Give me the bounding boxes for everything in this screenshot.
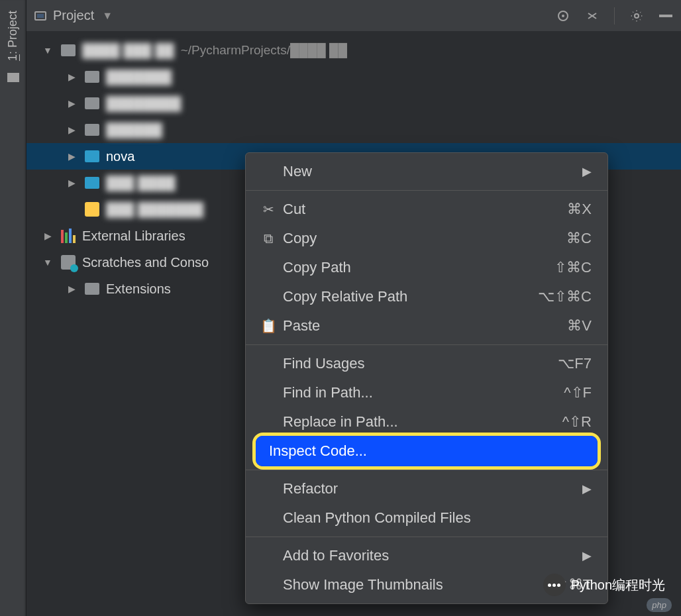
item-label: ██████ (106, 123, 162, 138)
submenu-arrow-icon: ▶ (582, 482, 592, 496)
menu-copy[interactable]: ⧉Copy⌘C (246, 224, 607, 253)
menu-new[interactable]: New▶ (246, 157, 607, 186)
folder-icon (61, 44, 76, 56)
menu-label: Inspect Code... (269, 442, 367, 460)
wechat-icon (543, 574, 566, 596)
watermark: Python编程时光 (543, 574, 665, 596)
expand-arrow-icon[interactable] (65, 151, 78, 162)
menu-label: Find Usages (283, 355, 558, 372)
svg-point-1 (562, 15, 564, 17)
menu-label: Refactor (283, 480, 582, 497)
copy-icon: ⧉ (259, 231, 278, 246)
menu-label: Replace in Path... (283, 413, 562, 431)
menu-label: Copy Relative Path (283, 288, 538, 305)
menu-label: Copy Path (283, 259, 554, 276)
item-label: ███ ███████ (106, 202, 203, 217)
menu-separator (246, 537, 607, 537)
menu-label: New (283, 163, 582, 180)
project-view-icon (34, 11, 46, 21)
menu-label: Clean Python Compiled Files (283, 509, 592, 527)
menu-shortcut: ⌘X (567, 201, 592, 218)
folder-icon (85, 71, 99, 83)
item-label: nova (106, 149, 134, 164)
collapse-all-icon[interactable] (585, 9, 600, 23)
folder-icon (85, 124, 99, 136)
menu-cut[interactable]: ✂Cut⌘X (246, 195, 607, 224)
menu-separator (246, 470, 607, 470)
expand-arrow-icon[interactable] (65, 125, 78, 135)
menu-separator (246, 190, 607, 191)
expand-arrow-icon[interactable] (65, 178, 78, 188)
locate-icon[interactable] (556, 9, 570, 23)
separator (614, 7, 615, 25)
folder-icon (85, 97, 99, 109)
menu-shortcut: ^⇧R (562, 413, 592, 431)
menu-label: Add to Favorites (283, 547, 582, 564)
menu-copy-path[interactable]: Copy Path⇧⌘C (246, 253, 607, 282)
item-label: External Libraries (82, 229, 185, 244)
svg-rect-2 (659, 15, 672, 17)
folder-icon (7, 73, 19, 82)
tree-item[interactable]: ██████ (26, 117, 681, 143)
menu-label: Show Image Thumbnails (283, 576, 556, 593)
hide-icon[interactable] (658, 9, 673, 23)
expand-arrow-icon[interactable] (65, 98, 78, 109)
menu-shortcut: ⇧⌘C (554, 259, 592, 276)
menu-shortcut: ⌘V (567, 317, 592, 334)
context-menu: New▶ ✂Cut⌘X ⧉Copy⌘C Copy Path⇧⌘C Copy Re… (245, 152, 608, 604)
menu-clean-python[interactable]: Clean Python Compiled Files (246, 503, 607, 533)
menu-add-favorites[interactable]: Add to Favorites▶ (246, 541, 607, 570)
php-badge: php (647, 598, 672, 612)
tree-root[interactable]: ████ ███ ██ ~/PycharmProjects/████ ██ (26, 37, 681, 64)
submenu-arrow-icon: ▶ (582, 164, 592, 179)
expand-arrow-icon[interactable] (41, 45, 54, 56)
paste-icon: 📋 (259, 318, 278, 334)
menu-shortcut: ⌥⇧⌘C (538, 288, 592, 305)
menu-paste[interactable]: 📋Paste⌘V (246, 311, 607, 340)
menu-separator (246, 344, 607, 345)
cut-icon: ✂ (259, 201, 278, 217)
item-label: Extensions (106, 282, 171, 297)
watermark-text: Python编程时光 (571, 576, 665, 594)
tree-item[interactable]: ████████ (26, 90, 681, 117)
project-tool-label[interactable]: 1: Project (6, 11, 20, 61)
chevron-down-icon[interactable]: ▼ (102, 10, 113, 22)
menu-shortcut: ⌥F7 (558, 355, 592, 372)
menu-label: Paste (283, 317, 567, 334)
item-label: ████████ (106, 96, 181, 111)
folder-icon (85, 177, 99, 189)
menu-shortcut: ⌘C (566, 230, 592, 247)
menu-refactor[interactable]: Refactor▶ (246, 474, 607, 503)
library-icon (61, 229, 76, 243)
tree-item[interactable]: ███████ (26, 64, 681, 90)
folder-icon (85, 283, 99, 295)
menu-shortcut: ^⇧F (564, 384, 592, 401)
python-file-icon (85, 202, 99, 217)
menu-find-in-path[interactable]: Find in Path...^⇧F (246, 378, 607, 407)
scratches-icon (61, 255, 76, 270)
project-toolbar: Project ▼ (26, 0, 681, 32)
expand-arrow-icon[interactable] (65, 283, 78, 294)
menu-inspect-code[interactable]: Inspect Code... (246, 436, 607, 466)
menu-find-usages[interactable]: Find Usages⌥F7 (246, 349, 607, 378)
item-label: Scratches and Conso (82, 255, 209, 270)
submenu-arrow-icon: ▶ (582, 548, 592, 563)
gear-icon[interactable] (629, 9, 644, 23)
left-tool-rail[interactable]: 1: Project (0, 0, 26, 616)
menu-label: Cut (283, 201, 567, 218)
expand-arrow-icon[interactable] (41, 231, 54, 241)
menu-label: Copy (283, 230, 566, 247)
expand-arrow-icon[interactable] (41, 257, 54, 268)
folder-icon (85, 150, 99, 162)
menu-copy-relative-path[interactable]: Copy Relative Path⌥⇧⌘C (246, 282, 607, 311)
item-label: ███ ████ (106, 176, 176, 191)
root-name: ████ ███ ██ (82, 43, 174, 58)
project-dropdown[interactable]: Project (53, 8, 94, 23)
item-label: ███████ (106, 70, 172, 85)
expand-arrow-icon[interactable] (65, 72, 78, 82)
root-path: ~/PycharmProjects/████ ██ (181, 43, 347, 58)
menu-label: Find in Path... (283, 384, 564, 401)
